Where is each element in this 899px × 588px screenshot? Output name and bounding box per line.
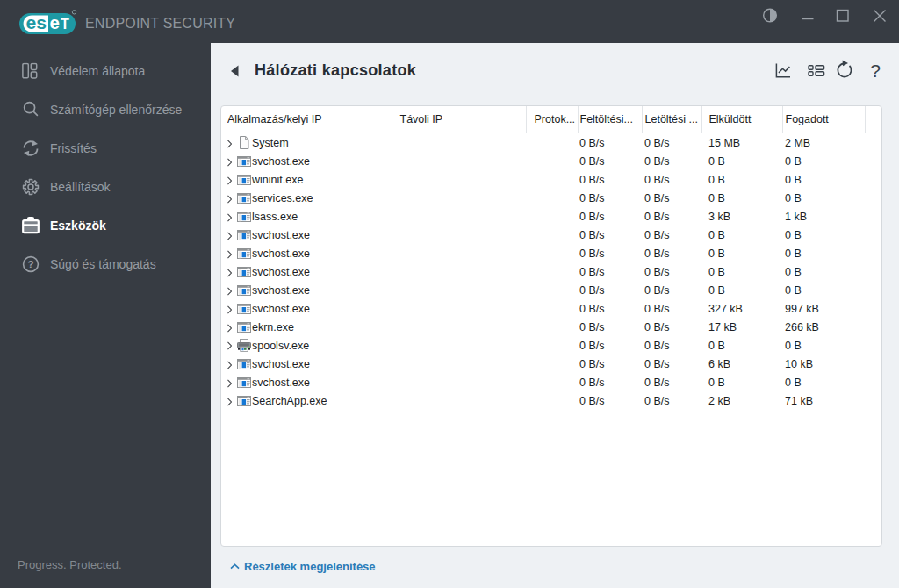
svg-text:?: ? <box>27 259 33 269</box>
svg-text:es: es <box>25 12 46 32</box>
svg-text:e: e <box>50 12 60 32</box>
svg-text:?: ? <box>870 61 881 81</box>
svg-text:T: T <box>61 17 69 32</box>
